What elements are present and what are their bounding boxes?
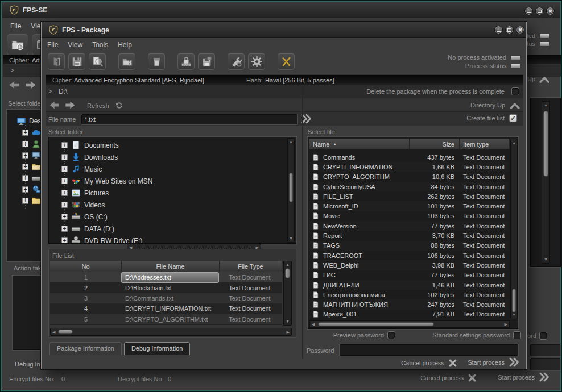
folder-tree-item[interactable]: Videos bbox=[49, 199, 296, 211]
info-tab[interactable]: Package Information bbox=[49, 342, 122, 355]
parent-add-files-button[interactable] bbox=[7, 34, 28, 56]
file-name[interactable]: D:\CRYPTI_INFORMATION.txt bbox=[122, 305, 218, 312]
scroll-up-icon[interactable]: ▲ bbox=[284, 262, 291, 268]
toolbar-button[interactable] bbox=[177, 53, 195, 70]
select-file-row[interactable]: ГИС 77 bytes Text Document bbox=[309, 270, 509, 280]
back-icon[interactable] bbox=[48, 100, 61, 110]
scroll-thumb[interactable] bbox=[289, 173, 293, 202]
expand-icon[interactable] bbox=[61, 178, 68, 184]
parent-confirm-field[interactable] bbox=[530, 358, 560, 370]
file-name[interactable]: D:\Commands.txt bbox=[122, 295, 218, 302]
select-file-row[interactable]: CRYPTI_INFORMATION 1,66 KB Text Document bbox=[309, 162, 509, 172]
file-name[interactable]: D:\Blockchain.txt bbox=[122, 285, 218, 291]
scroll-down-icon[interactable]: ▼ bbox=[288, 236, 294, 241]
parent-password-field[interactable] bbox=[530, 344, 560, 356]
folder-tree-vscrollbar[interactable]: ▲ ▼ bbox=[287, 138, 295, 243]
column-header-no[interactable]: No bbox=[50, 261, 122, 272]
info-tab[interactable]: Debug Information bbox=[124, 342, 191, 355]
scroll-up-icon[interactable]: ▲ bbox=[542, 102, 549, 108]
menu-item[interactable]: Help bbox=[118, 41, 132, 49]
file-name-input[interactable] bbox=[81, 114, 297, 124]
toolbar-button[interactable] bbox=[278, 53, 295, 70]
scroll-down-icon[interactable]: ▼ bbox=[284, 319, 291, 324]
select-file-row[interactable]: МАГНИТНИ ОТЪЖИЯ 247 bytes Text Document bbox=[309, 299, 509, 309]
address-path[interactable]: D:\ bbox=[59, 87, 67, 95]
folder-tree-item[interactable]: Documents bbox=[49, 139, 296, 151]
toolbar-button[interactable] bbox=[68, 53, 85, 70]
select-file-row[interactable]: Report 3,70 KB Text Document bbox=[309, 231, 509, 240]
scroll-right-icon[interactable]: ▶ bbox=[287, 328, 290, 335]
column-header-file-type[interactable]: File Type bbox=[220, 261, 282, 272]
scroll-up-icon[interactable]: ▲ bbox=[288, 139, 294, 145]
parent-start-process-button[interactable]: Start process bbox=[498, 372, 549, 382]
menu-item[interactable]: Tools bbox=[92, 41, 108, 49]
folder-tree-item[interactable]: Downloads bbox=[49, 151, 296, 163]
toolbar-button[interactable] bbox=[48, 53, 65, 70]
select-file-row[interactable]: TRACEROOT 106 bytes Text Document bbox=[309, 251, 509, 260]
file-list-row[interactable]: 5 D:\CRYPTO_ALGORITHM.txt Text Document bbox=[50, 314, 282, 324]
menu-item[interactable]: File bbox=[47, 41, 58, 49]
toolbar-button[interactable] bbox=[198, 53, 215, 70]
file-name[interactable]: D:\CRYPTO_ALGORITHM.txt bbox=[122, 316, 218, 323]
folder-tree-item[interactable]: DVD RW Drive (E:) bbox=[49, 235, 296, 244]
cancel-process-button[interactable]: Cancel process bbox=[401, 358, 457, 368]
toolbar-button[interactable] bbox=[89, 53, 106, 70]
select-file-row[interactable]: CRYPTO_ALGORITHM 10,6 KB Text Document bbox=[309, 172, 509, 182]
refresh-label[interactable]: Refresh bbox=[87, 102, 109, 110]
select-file-row[interactable]: TAGS 88 bytes Text Document bbox=[309, 241, 509, 251]
forward-icon[interactable] bbox=[63, 100, 76, 110]
menu-item[interactable]: View bbox=[68, 41, 82, 49]
folder-tree-item[interactable]: My Web Sites on MSN bbox=[49, 175, 296, 187]
select-file-row[interactable]: Microsoft_ID 101 bytes Text Document bbox=[309, 201, 509, 211]
preview-password-checkbox[interactable] bbox=[387, 331, 395, 339]
parent-close-button[interactable] bbox=[546, 7, 555, 15]
file-list-row[interactable]: 4 D:\CRYPTI_INFORMATION.txt Text Documen… bbox=[50, 303, 282, 314]
folder-tree-item[interactable]: Pictures bbox=[49, 187, 296, 199]
scroll-up-icon[interactable]: ▲ bbox=[511, 140, 517, 146]
create-file-list-checkbox[interactable] bbox=[509, 114, 517, 122]
file-list-row[interactable]: 1 D:\Addresses.txt Text Document bbox=[50, 272, 282, 282]
expand-icon[interactable] bbox=[61, 154, 68, 160]
scroll-left-icon[interactable]: ◀ bbox=[129, 244, 132, 249]
expand-icon[interactable] bbox=[61, 202, 68, 208]
delete-package-checkbox[interactable] bbox=[511, 87, 519, 95]
scroll-left-icon[interactable]: ◀ bbox=[312, 321, 315, 327]
file-list-vscrollbar[interactable]: ▲ ▼ bbox=[283, 261, 292, 326]
expand-icon[interactable] bbox=[61, 190, 68, 196]
scroll-thumb[interactable] bbox=[512, 289, 516, 312]
parent-maximize-button[interactable] bbox=[535, 7, 544, 15]
scroll-thumb[interactable] bbox=[285, 268, 290, 278]
directory-up-button[interactable]: Directory Up bbox=[470, 101, 520, 109]
file-list-hscrollbar[interactable]: ◀ ▶ bbox=[50, 328, 292, 336]
select-file-vscrollbar[interactable]: ▲ ▼ bbox=[510, 139, 518, 319]
expand-icon[interactable] bbox=[61, 214, 68, 220]
parent-scrollbar[interactable]: ▲ ▼ bbox=[542, 101, 550, 264]
scroll-right-icon[interactable]: ▶ bbox=[505, 321, 507, 327]
package-close-button[interactable] bbox=[516, 26, 524, 34]
scroll-right-icon[interactable]: ▶ bbox=[256, 244, 259, 249]
parent-minimize-button[interactable] bbox=[524, 7, 533, 15]
password-input[interactable] bbox=[340, 344, 518, 356]
file-list-row[interactable]: 2 D:\Blockchain.txt Text Document bbox=[50, 282, 282, 293]
folder-tree-item[interactable]: Music bbox=[49, 163, 296, 175]
toolbar-button[interactable] bbox=[148, 53, 165, 70]
toolbar-button[interactable] bbox=[228, 53, 245, 70]
select-file-row[interactable]: WEB_Delphi 3,98 KB Text Document bbox=[309, 260, 509, 270]
file-name[interactable]: D:\Addresses.txt bbox=[122, 273, 218, 282]
file-list-row[interactable]: 3 D:\Commands.txt Text Document bbox=[50, 293, 282, 303]
standard-password-checkbox[interactable] bbox=[513, 331, 521, 339]
expand-icon[interactable] bbox=[61, 226, 68, 232]
menu-item[interactable]: File bbox=[10, 22, 21, 30]
refresh-icon[interactable] bbox=[114, 101, 124, 110]
scroll-down-icon[interactable]: ▼ bbox=[511, 312, 517, 318]
select-file-row[interactable]: Commands 437 bytes Text Document bbox=[309, 152, 509, 162]
select-file-row[interactable]: FILE_LIST 262 bytes Text Document bbox=[309, 191, 509, 201]
select-file-hscrollbar[interactable]: ◀ ▶ bbox=[309, 320, 510, 328]
expand-icon[interactable] bbox=[61, 166, 68, 172]
select-file-row[interactable]: Мрежи_001 7,91 KB Text Document bbox=[309, 310, 509, 319]
column-header-item-type[interactable]: Item type bbox=[460, 139, 510, 150]
expand-icon[interactable] bbox=[61, 142, 68, 148]
parent-titlebar[interactable]: FPS-SE bbox=[2, 2, 560, 18]
scroll-left-icon[interactable]: ◀ bbox=[52, 328, 55, 335]
package-titlebar[interactable]: FPS - Package bbox=[42, 22, 526, 38]
